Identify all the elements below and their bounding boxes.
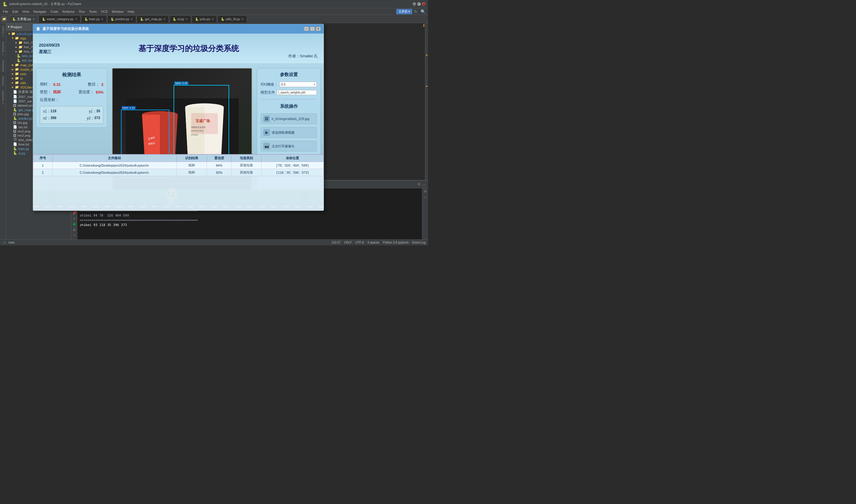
tab-icon-main: 🐍	[12, 18, 16, 21]
toolbar-search[interactable]: 🔍	[421, 9, 426, 14]
tab-close-main[interactable]: ✕	[32, 18, 35, 21]
menu-code[interactable]: Code	[49, 9, 60, 14]
status-bar: ⎇ main 122:27 CRLF UTF-8 4 spaces Python…	[0, 239, 428, 245]
run-line-5: zhibei 93 118 35 396 373	[80, 223, 420, 228]
detection-type-val: 纸杯	[53, 89, 61, 95]
status-git-icon[interactable]: ⎇	[2, 241, 6, 244]
toolbar-refresh[interactable]: ↻	[414, 9, 418, 14]
tab-close-predict[interactable]: ✕	[130, 18, 133, 21]
sidebar-scview-icon[interactable]: SciView	[1, 75, 5, 87]
maximize-button[interactable]: □	[417, 2, 421, 6]
run-pin-icon[interactable]: 📌	[72, 211, 76, 215]
minimize-button[interactable]: —	[413, 2, 416, 6]
cell-path: C:/Users/kong/Desktop/pro2024/yolov8-pyt…	[52, 169, 177, 176]
run-scroll-icon[interactable]: ≡	[73, 217, 75, 220]
table-scroll[interactable]: 序号 文件路径 识别结果 置信度 垃圾类别 坐标位置 1 C:/Users/ko…	[33, 155, 324, 211]
project-panel-toggle[interactable]: 📁	[1, 16, 7, 22]
sidebar-project-icon[interactable]: 1: Project	[1, 24, 5, 38]
tab-train[interactable]: 🐍 train.py ✕	[81, 15, 107, 22]
status-charset: UTF-8	[355, 241, 364, 244]
detection-type-label: 类型：	[40, 89, 51, 95]
tab-yolo[interactable]: 🐍 yolo.py ✕	[192, 15, 217, 22]
video-icon: ▶	[263, 129, 270, 136]
detection-conf-label: 置信度：	[78, 89, 94, 95]
tab-waste[interactable]: 🐍 waste_category.py ✕	[39, 15, 81, 22]
tab-main-py[interactable]: 🐍 主界面.py ✕	[9, 15, 38, 22]
run-line-4: ========================================…	[80, 218, 420, 223]
run-hide-icon[interactable]: —	[422, 183, 426, 186]
divider	[261, 99, 317, 100]
close-button[interactable]: ✕	[422, 2, 426, 6]
camera-btn-text: 点击打开摄像头	[272, 144, 314, 148]
tab-close-getmap[interactable]: ✕	[163, 18, 165, 21]
cell-result: 纸杯	[177, 162, 207, 169]
run-gear-icon[interactable]: ⚙	[424, 190, 427, 193]
bbox-right: label: 0.95	[174, 85, 229, 163]
menu-tools[interactable]: Tools	[87, 9, 99, 14]
video-detect-btn[interactable]: ▶ 请选择检测视频	[261, 127, 317, 138]
tab-getmap[interactable]: 🐍 get_map.py ✕	[137, 15, 169, 22]
menu-run[interactable]: Run	[77, 9, 87, 14]
overlay-minimize-btn[interactable]: —	[304, 27, 309, 31]
image-btn-text: h_01/img/rubbish_229.jpg	[272, 117, 314, 121]
overlay-window: 🗑 基于深度学习的垃圾分类系统 — □ ✕ 2024/09/25 星期三 基于深…	[33, 24, 324, 211]
detection-coords-box: x1： 118 y1： 35 x2： 396 y2： 373	[40, 106, 103, 124]
menu-refactor[interactable]: Refactor	[60, 9, 77, 14]
cell-category: 其他垃圾	[231, 162, 262, 169]
model-row: 模型文件 t_epoch_weights.pth	[261, 90, 317, 95]
menu-edit[interactable]: Edit	[11, 9, 20, 14]
camera-btn[interactable]: 📷 点击打开摄像头	[261, 141, 317, 151]
window-controls[interactable]: — □ ✕	[413, 2, 426, 6]
run-tree-icon[interactable]: 🌲	[72, 222, 76, 226]
run-print-icon[interactable]: 🖨	[72, 228, 76, 231]
col-result: 识别结果	[177, 155, 207, 162]
table-header-row: 序号 文件路径 识别结果 置信度 垃圾类别 坐标位置	[33, 155, 324, 162]
iou-input[interactable]: 0.5 ▾	[279, 82, 317, 87]
run-expand-icon[interactable]: ⤢	[73, 233, 75, 237]
run-settings-icon[interactable]: ⚙	[418, 182, 421, 186]
sidebar-database-icon[interactable]: Database	[1, 59, 5, 73]
tab-predict[interactable]: 🐍 predict.py ✕	[107, 15, 136, 22]
menu-navigate[interactable]: Navigate	[32, 9, 48, 14]
image-icon: 🖼	[263, 115, 270, 122]
iou-val: 0.5	[281, 83, 285, 86]
overlay-close-btn[interactable]: ✕	[316, 27, 321, 31]
menu-window[interactable]: Window	[110, 9, 125, 14]
tab-close-yolo[interactable]: ✕	[211, 18, 214, 21]
event-log[interactable]: Event Log	[412, 241, 426, 244]
toolbar-main-btn[interactable]: 主界面 ▾	[396, 9, 412, 14]
menu-view[interactable]: View	[20, 9, 31, 14]
tab-close-waste[interactable]: ✕	[75, 18, 77, 21]
status-position: 122:27	[331, 241, 340, 244]
run-line-3: zhibei 94 78 326 404 599	[80, 213, 420, 218]
menu-file[interactable]: File	[1, 9, 10, 14]
menu-help[interactable]: Help	[126, 9, 136, 14]
tab-close-train[interactable]: ✕	[101, 18, 103, 21]
sidebar-structure-icon[interactable]: 7: Structure	[1, 40, 5, 57]
params-title: 参数设置	[261, 72, 317, 77]
menu-bar: File Edit View Navigate Code Refactor Ru…	[0, 8, 428, 15]
tab-ui[interactable]: 🐍 ui.py ✕	[170, 15, 191, 22]
y1-val: 35	[96, 109, 100, 114]
tab-icon-getmap: 🐍	[140, 18, 143, 21]
cell-seq: 1	[33, 162, 53, 169]
menu-vcs[interactable]: VCS	[99, 9, 110, 14]
table-row: 2 C:/Users/kong/Desktop/pro2024/yolov8-p…	[33, 169, 324, 176]
sidebar-favorites-icon[interactable]: 2: Favorites	[1, 89, 5, 106]
overlay-maximize-btn[interactable]: □	[310, 27, 315, 31]
tab-close-utils[interactable]: ✕	[241, 18, 244, 21]
table-row: 1 C:/Users/kong/Desktop/pro2024/yolov8-p…	[33, 162, 324, 169]
tab-bar: 📁 🐍 主界面.py ✕ 🐍 waste_category.py ✕ 🐍 tra…	[0, 15, 428, 23]
tab-close-ui[interactable]: ✕	[186, 18, 188, 21]
cell-category: 其他垃圾	[231, 169, 262, 176]
run-minimize-icon[interactable]: —	[423, 195, 427, 199]
coord-row-1: x1： 118 y1： 35	[42, 108, 101, 115]
overlay-title-left: 🗑 基于深度学习的垃圾分类系统	[36, 26, 89, 32]
image-detect-btn[interactable]: 🖼 h_01/img/rubbish_229.jpg	[261, 113, 317, 124]
overlay-window-controls[interactable]: — □ ✕	[304, 27, 321, 31]
col-path: 文件路径	[52, 155, 177, 162]
col-category: 垃圾类别	[231, 155, 262, 162]
model-file-display: t_epoch_weights.pth	[277, 90, 317, 95]
cell-coords: ['118', '35', '396', '373']	[262, 169, 324, 176]
tab-utils[interactable]: 🐍 utils_fit.py ✕	[217, 15, 247, 22]
